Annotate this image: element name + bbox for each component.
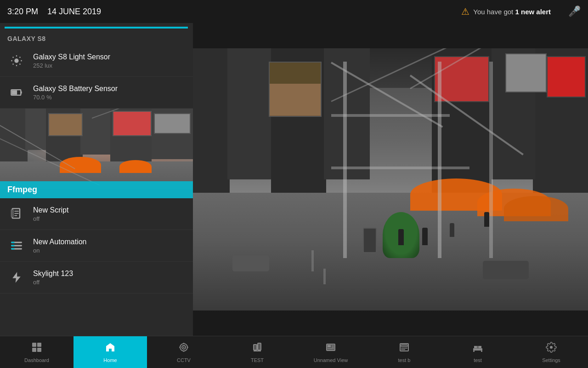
light-sensor-subtitle: 252 lux: [33, 62, 110, 69]
svg-rect-6: [37, 343, 41, 347]
nav-test[interactable]: TEST: [220, 336, 294, 368]
test2-label: test: [474, 357, 482, 363]
nav-unnamed[interactable]: Unnamed View: [294, 336, 368, 368]
teal-progress-bar: [5, 27, 188, 29]
video-top-bar: [193, 23, 588, 48]
svg-point-0: [14, 58, 18, 63]
battery-sensor-title: Galaxy S8 Battery Sensor: [33, 85, 118, 93]
new-automation-title: New Automation: [33, 238, 87, 246]
cctv-label: CCTV: [177, 357, 191, 363]
skylight-text: Skylight 123 off: [33, 270, 73, 286]
battery-sensor-icon: [7, 83, 26, 102]
microphone-icon[interactable]: 🎤: [568, 6, 581, 17]
video-bottom-bar: [193, 310, 588, 336]
svg-rect-5: [32, 343, 36, 347]
unnamed-label: Unnamed View: [314, 357, 348, 363]
cctv-icon: [178, 342, 189, 356]
video-container: [193, 48, 588, 310]
bottom-nav: Dashboard Home CCTV TES: [0, 336, 588, 368]
dashboard-label: Dashboard: [24, 357, 49, 363]
svg-rect-16: [328, 345, 331, 347]
light-sensor-icon: [7, 52, 26, 70]
svg-rect-7: [32, 348, 36, 352]
status-bar: 3:20 PM 14 JUNE 2019 ⚠ You have got 1 ne…: [0, 0, 588, 23]
left-panel: GALAXY S8 Galaxy S8 Light Sensor 252 lux…: [0, 23, 193, 336]
svg-rect-8: [37, 348, 41, 352]
svg-rect-28: [474, 346, 477, 348]
battery-sensor-item[interactable]: Galaxy S8 Battery Sensor 70.0 %: [0, 77, 193, 109]
svg-rect-2: [12, 90, 17, 94]
testb-icon: [399, 342, 410, 356]
svg-rect-26: [473, 351, 475, 352]
skylight-item[interactable]: Skylight 123 off: [0, 262, 193, 293]
light-sensor-title: Galaxy S8 Light Sensor: [33, 53, 110, 61]
automation-icon: [7, 236, 26, 255]
new-automation-item[interactable]: New Automation on: [0, 230, 193, 262]
nav-cctv[interactable]: CCTV: [147, 336, 220, 368]
svg-point-11: [183, 346, 185, 348]
light-sensor-text: Galaxy S8 Light Sensor 252 lux: [33, 53, 110, 69]
settings-label: Settings: [542, 357, 560, 363]
script-icon: [7, 205, 26, 223]
dashboard-icon: [31, 342, 42, 356]
main-content: [193, 23, 588, 336]
new-automation-subtitle: on: [33, 247, 87, 254]
bed-icon: [472, 342, 483, 356]
nav-dashboard[interactable]: Dashboard: [0, 336, 74, 368]
battery-sensor-subtitle: 70.0 %: [33, 94, 118, 101]
alert-icon: ⚠: [461, 6, 469, 17]
light-sensor-item[interactable]: Galaxy S8 Light Sensor 252 lux: [0, 45, 193, 77]
lightning-icon: [7, 268, 26, 287]
testb-label: test b: [398, 357, 411, 363]
svg-rect-29: [479, 346, 481, 348]
test-label: TEST: [251, 357, 264, 363]
svg-rect-4: [11, 210, 13, 217]
nav-testb[interactable]: test b: [368, 336, 441, 368]
nav-home[interactable]: Home: [74, 336, 147, 368]
nav-test2[interactable]: test: [441, 336, 514, 368]
camera-label: Ffmpeg: [7, 185, 37, 194]
alert-text: You have got 1 new alert: [473, 8, 551, 16]
unnamed-icon: [325, 342, 336, 356]
settings-icon: [546, 342, 557, 356]
test-icon: [252, 342, 263, 356]
battery-sensor-text: Galaxy S8 Battery Sensor 70.0 %: [33, 85, 118, 101]
camera-overlay: Ffmpeg: [0, 181, 193, 198]
home-icon: [105, 342, 116, 356]
skylight-subtitle: off: [33, 279, 73, 286]
new-script-item[interactable]: New Script off: [0, 198, 193, 230]
new-automation-text: New Automation on: [33, 238, 87, 254]
svg-rect-27: [481, 351, 482, 352]
new-script-subtitle: off: [33, 215, 68, 222]
new-script-text: New Script off: [33, 206, 68, 222]
skylight-title: Skylight 123: [33, 270, 73, 278]
new-script-title: New Script: [33, 206, 68, 214]
svg-rect-12: [254, 345, 257, 350]
svg-rect-13: [258, 343, 261, 350]
svg-rect-21: [401, 345, 407, 347]
nav-settings[interactable]: Settings: [514, 336, 588, 368]
time-display: 3:20 PM: [7, 7, 38, 17]
home-label: Home: [103, 357, 117, 363]
date-display: 14 JUNE 2019: [47, 7, 101, 17]
main-scene: [193, 48, 588, 310]
camera-item[interactable]: Ffmpeg: [0, 109, 193, 198]
section-title-galaxy: GALAXY S8: [0, 31, 193, 45]
alert-area: ⚠ You have got 1 new alert 🎤: [461, 6, 581, 17]
